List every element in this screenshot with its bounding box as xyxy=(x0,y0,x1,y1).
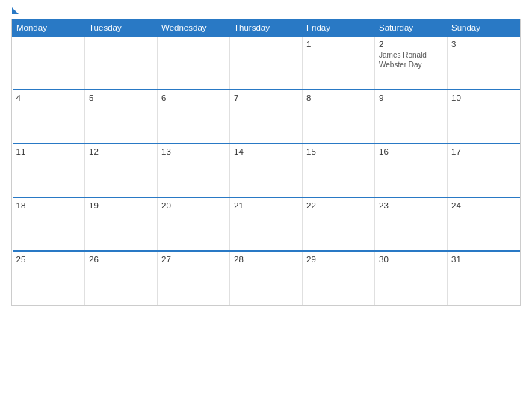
weekday-header: Thursday xyxy=(230,20,303,37)
calendar-day-cell: 20 xyxy=(158,197,230,251)
logo-triangle-icon xyxy=(12,7,19,14)
day-number: 30 xyxy=(379,255,443,264)
calendar-day-cell: 5 xyxy=(85,90,158,143)
calendar-day-cell: 19 xyxy=(85,197,158,251)
calendar-header-row: MondayTuesdayWednesdayThursdayFridaySatu… xyxy=(13,20,520,37)
day-number: 14 xyxy=(234,147,298,156)
page-header xyxy=(11,7,521,14)
calendar-table: MondayTuesdayWednesdayThursdayFridaySatu… xyxy=(12,19,520,305)
day-number: 11 xyxy=(16,147,81,156)
calendar-day-cell: 10 xyxy=(448,90,520,143)
day-number: 16 xyxy=(379,147,443,156)
day-number: 10 xyxy=(451,93,516,102)
calendar-day-cell xyxy=(230,36,303,90)
weekday-header: Saturday xyxy=(375,20,448,37)
day-number: 4 xyxy=(16,93,81,102)
calendar-day-cell xyxy=(85,36,158,90)
day-number: 25 xyxy=(16,255,81,264)
day-number: 6 xyxy=(161,93,226,102)
day-number: 7 xyxy=(234,93,298,102)
day-number: 31 xyxy=(451,255,516,264)
day-number: 12 xyxy=(89,147,153,156)
calendar-day-cell: 3 xyxy=(448,36,520,90)
day-number: 19 xyxy=(89,201,153,210)
calendar-day-cell: 2James Ronald Webster Day xyxy=(375,36,448,90)
calendar-day-cell: 26 xyxy=(85,251,158,305)
day-number: 26 xyxy=(89,255,153,264)
calendar-day-cell: 4 xyxy=(13,90,85,143)
calendar-day-cell: 23 xyxy=(375,197,448,251)
calendar-day-cell: 21 xyxy=(230,197,303,251)
day-number: 2 xyxy=(379,40,443,49)
calendar-day-cell: 15 xyxy=(303,143,375,197)
calendar-day-cell: 24 xyxy=(448,197,520,251)
day-number: 8 xyxy=(306,93,371,102)
day-number: 28 xyxy=(234,255,298,264)
calendar-week-row: 25262728293031 xyxy=(13,251,520,305)
calendar-day-cell: 17 xyxy=(448,143,520,197)
calendar-day-cell: 14 xyxy=(230,143,303,197)
logo xyxy=(11,7,19,14)
day-number: 5 xyxy=(89,93,153,102)
day-number: 9 xyxy=(379,93,443,102)
day-number: 1 xyxy=(306,40,371,49)
calendar-day-cell: 11 xyxy=(13,143,85,197)
day-number: 3 xyxy=(451,40,516,49)
day-number: 21 xyxy=(234,201,298,210)
day-number: 27 xyxy=(161,255,226,264)
calendar-day-cell: 28 xyxy=(230,251,303,305)
day-number: 13 xyxy=(161,147,226,156)
calendar-day-cell: 22 xyxy=(303,197,375,251)
calendar-week-row: 18192021222324 xyxy=(13,197,520,251)
weekday-header: Tuesday xyxy=(85,20,158,37)
weekday-header: Sunday xyxy=(448,20,520,37)
day-number: 20 xyxy=(161,201,226,210)
calendar-day-cell: 29 xyxy=(303,251,375,305)
calendar-week-row: 11121314151617 xyxy=(13,143,520,197)
calendar-day-cell: 8 xyxy=(303,90,375,143)
calendar-week-row: 12James Ronald Webster Day3 xyxy=(13,36,520,90)
calendar-day-cell: 25 xyxy=(13,251,85,305)
calendar-day-cell: 16 xyxy=(375,143,448,197)
calendar-day-cell: 7 xyxy=(230,90,303,143)
calendar-day-cell: 6 xyxy=(158,90,230,143)
day-number: 15 xyxy=(306,147,371,156)
calendar-day-cell: 9 xyxy=(375,90,448,143)
weekday-header: Monday xyxy=(13,20,85,37)
day-number: 18 xyxy=(16,201,81,210)
day-number: 29 xyxy=(306,255,371,264)
holiday-label: James Ronald Webster Day xyxy=(379,50,443,69)
calendar-day-cell: 12 xyxy=(85,143,158,197)
day-number: 24 xyxy=(451,201,516,210)
calendar-week-row: 45678910 xyxy=(13,90,520,143)
day-number: 23 xyxy=(379,201,443,210)
calendar-day-cell: 27 xyxy=(158,251,230,305)
calendar-day-cell: 31 xyxy=(448,251,520,305)
weekday-header: Friday xyxy=(303,20,375,37)
calendar-day-cell: 30 xyxy=(375,251,448,305)
calendar-day-cell xyxy=(158,36,230,90)
calendar-day-cell xyxy=(13,36,85,90)
calendar-day-cell: 18 xyxy=(13,197,85,251)
calendar-container: MondayTuesdayWednesdayThursdayFridaySatu… xyxy=(11,19,521,306)
weekday-header: Wednesday xyxy=(158,20,230,37)
calendar-day-cell: 13 xyxy=(158,143,230,197)
day-number: 22 xyxy=(306,201,371,210)
calendar-day-cell: 1 xyxy=(303,36,375,90)
day-number: 17 xyxy=(451,147,516,156)
